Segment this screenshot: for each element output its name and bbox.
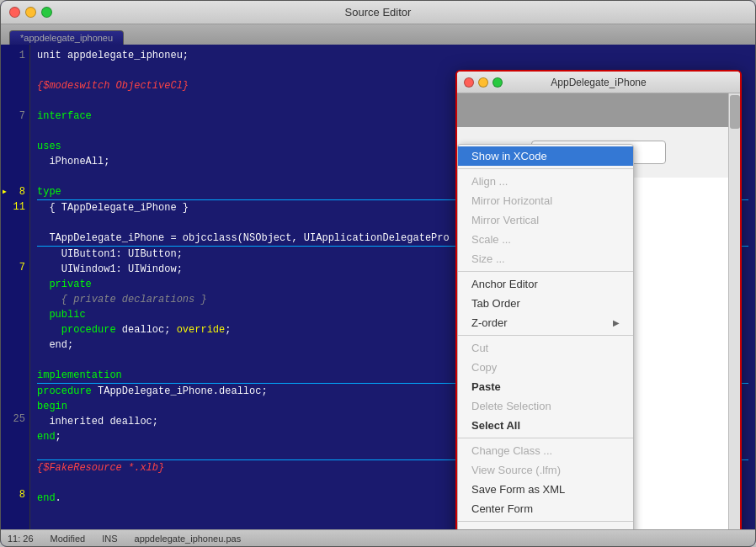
- scroll-thumb[interactable]: [730, 95, 740, 129]
- overlay-title-bar: AppDelegate_iPhone: [457, 72, 740, 93]
- menu-item-paste[interactable]: Paste: [458, 377, 633, 396]
- context-menu: Show in XCode Align ... Mirror Horizonta…: [457, 144, 634, 529]
- line-num-blank: [1, 245, 29, 260]
- menu-item-label: Copy: [471, 361, 497, 374]
- line-num-blank: [1, 396, 29, 412]
- menu-item-scale: Scale ...: [458, 230, 633, 249]
- menu-item-change-class: Change Class ...: [458, 441, 633, 460]
- menu-item-tab-order[interactable]: Tab Order: [458, 294, 633, 313]
- menu-separator: [458, 271, 633, 272]
- editor-tab[interactable]: *appdelegate_iphoneu: [9, 30, 124, 45]
- line-numbers: 1 7 8 11 7 25: [1, 45, 30, 529]
- line-num-blank: [1, 275, 29, 290]
- menu-item-copy: Copy: [458, 358, 633, 377]
- line-num-blank: [1, 78, 29, 93]
- overlay-panel: AppDelegate_iPhone Show in XCode Align .…: [455, 70, 742, 529]
- menu-item-z-order[interactable]: Z-order ▶: [458, 313, 633, 332]
- window-title: Source Editor: [345, 6, 412, 19]
- menu-item-label: Delete Selection: [471, 400, 551, 412]
- line-num-blank: [1, 366, 29, 381]
- overlay-min-button[interactable]: [478, 77, 488, 88]
- menu-item-view-source: View Source (.lfm): [458, 460, 633, 480]
- tab-bar: *appdelegate_iphoneu: [1, 24, 755, 45]
- status-bar: 11: 26 Modified INS appdelegate_iphoneu.…: [1, 529, 755, 546]
- menu-item-label: Change Class ...: [471, 444, 552, 457]
- line-num-blank: [1, 215, 29, 230]
- menu-item-center-form[interactable]: Center Form: [458, 499, 633, 518]
- menu-item-label: Align ...: [471, 175, 508, 188]
- menu-item-label: Mirror Vertical: [471, 214, 539, 226]
- insert-mode: INS: [102, 534, 117, 544]
- overlay-controls: [464, 77, 503, 88]
- menu-item-snap-grid[interactable]: ✓ Option: Snap to grid: [458, 524, 633, 529]
- line-num-blank: [1, 93, 29, 109]
- cursor-position: 11: 26: [8, 534, 34, 544]
- menu-item-select-all[interactable]: Select All: [458, 416, 633, 435]
- menu-item-mirror-h: Mirror Horizontal: [458, 191, 633, 210]
- overlay-title: AppDelegate_iPhone: [551, 77, 646, 88]
- menu-item-label: Save Form as XML: [471, 483, 565, 496]
- menu-item-size: Size ...: [458, 249, 633, 268]
- menu-item-show-xcode[interactable]: Show in XCode: [458, 146, 633, 166]
- line-num-blank: [1, 442, 29, 457]
- menu-item-label: Select All: [471, 419, 520, 432]
- menu-item-label: Option: Snap to grid: [522, 528, 620, 529]
- line-num-blank: [1, 305, 29, 321]
- line-num-blank: [1, 230, 29, 245]
- checkmark-icon: ✓: [471, 528, 479, 529]
- overlay-close-button[interactable]: [464, 77, 474, 88]
- line-num-blank: [1, 351, 29, 366]
- main-window: Source Editor *appdelegate_iphoneu 1 7 8…: [0, 0, 756, 547]
- line-num-7: 7: [1, 109, 29, 124]
- submenu-arrow-icon: ▶: [613, 318, 620, 327]
- menu-item-label: Scale ...: [471, 233, 511, 246]
- menu-item-label: Size ...: [471, 252, 505, 265]
- line-num-blank: [1, 169, 29, 184]
- line-num-blank: [1, 518, 29, 529]
- line-num-7b: 7: [1, 260, 29, 275]
- overlay-scrollbar[interactable]: [728, 93, 740, 529]
- line-num-blank: [1, 336, 29, 351]
- menu-item-label: Paste: [471, 380, 501, 393]
- line-num-8c: 8: [1, 487, 29, 502]
- menu-item-anchor-editor[interactable]: Anchor Editor: [458, 274, 633, 294]
- menu-item-align: Align ...: [458, 172, 633, 191]
- line-num-8: 8: [1, 184, 29, 199]
- line-num-11: 11: [1, 199, 29, 215]
- line-num-blank: [1, 63, 29, 78]
- window-controls: [9, 7, 52, 18]
- line-num-blank: [1, 427, 29, 442]
- menu-separator: [458, 168, 633, 169]
- line-num-blank: [1, 321, 29, 336]
- menu-separator: [458, 335, 633, 336]
- line-num-blank: [1, 381, 29, 396]
- minimize-button[interactable]: [25, 7, 36, 18]
- menu-item-label: View Source (.lfm): [471, 464, 561, 476]
- line-num-blank: [1, 290, 29, 305]
- code-line: unit appdelegate_iphoneu;: [37, 48, 748, 63]
- line-num-blank: [1, 139, 29, 154]
- menu-item-label: Tab Order: [471, 297, 520, 310]
- menu-item-label: Cut: [471, 342, 488, 354]
- title-bar: Source Editor: [1, 1, 755, 24]
- overlay-max-button[interactable]: [492, 77, 503, 88]
- line-num-25: 25: [1, 412, 29, 427]
- editor-area: 1 7 8 11 7 25: [1, 45, 755, 529]
- maximize-button[interactable]: [41, 7, 52, 18]
- menu-separator: [458, 521, 633, 522]
- menu-item-save-form-xml[interactable]: Save Form as XML: [458, 480, 633, 499]
- menu-item-delete-selection: Delete Selection: [458, 396, 633, 416]
- line-num-blank: [1, 457, 29, 472]
- line-num-blank: [1, 124, 29, 139]
- line-num-1: 1: [1, 48, 29, 63]
- menu-item-label: Z-order: [471, 316, 508, 329]
- menu-item-label: Mirror Horizontal: [471, 194, 552, 207]
- overlay-toolbar: [457, 93, 740, 127]
- menu-item-cut: Cut: [458, 338, 633, 358]
- line-num-blank: [1, 154, 29, 169]
- line-num-blank: [1, 472, 29, 487]
- menu-separator: [458, 438, 633, 438]
- menu-item-label: Center Form: [471, 502, 533, 515]
- menu-item-mirror-v: Mirror Vertical: [458, 210, 633, 230]
- close-button[interactable]: [9, 7, 20, 18]
